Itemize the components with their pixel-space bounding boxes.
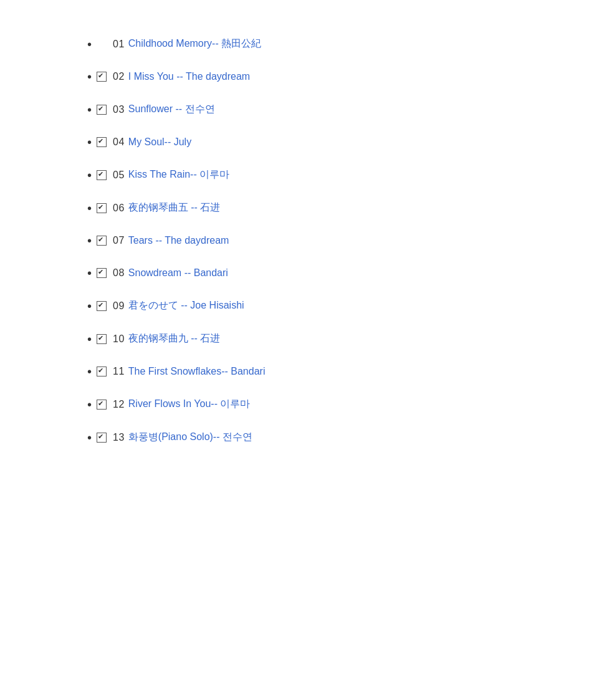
checkbox-icon[interactable] — [97, 105, 107, 115]
list-item: •01 Childhood Memory-- 熱田公紀 — [87, 37, 514, 50]
list-item: •07 Tears -- The daydream — [87, 234, 514, 247]
bullet-point: • — [87, 169, 92, 181]
track-number: 09 — [113, 300, 125, 312]
checkbox-icon[interactable] — [97, 268, 107, 278]
bullet-point: • — [87, 431, 92, 444]
list-item: •09 君をのせて -- Joe Hisaishi — [87, 299, 514, 312]
track-link[interactable]: My Soul-- July — [128, 137, 191, 148]
checkbox-icon[interactable] — [97, 170, 107, 180]
checkbox-icon[interactable] — [97, 334, 107, 344]
track-number: 12 — [113, 399, 125, 410]
track-link[interactable]: Kiss The Rain-- 이루마 — [128, 168, 229, 181]
track-number: 11 — [113, 366, 125, 377]
track-link[interactable]: 화풍병(Piano Solo)-- 전수연 — [128, 431, 252, 444]
bullet-point: • — [87, 70, 92, 83]
bullet-point: • — [87, 136, 92, 148]
list-item: •05 Kiss The Rain-- 이루마 — [87, 168, 514, 181]
list-item: •13 화풍병(Piano Solo)-- 전수연 — [87, 431, 514, 444]
track-link[interactable]: 夜的钢琴曲九 -- 石进 — [128, 332, 221, 345]
track-number: 07 — [113, 235, 125, 246]
bullet-point: • — [87, 300, 92, 312]
list-item: •06 夜的钢琴曲五 -- 石进 — [87, 201, 514, 214]
track-link[interactable]: Snowdream -- Bandari — [128, 267, 228, 279]
bullet-point: • — [87, 267, 92, 279]
list-item: •04 My Soul-- July — [87, 136, 514, 148]
track-link[interactable]: 君をのせて -- Joe Hisaishi — [128, 299, 244, 312]
checkbox-icon[interactable] — [97, 137, 107, 147]
list-item: •03 Sunflower -- 전수연 — [87, 103, 514, 116]
checkbox-icon[interactable] — [97, 236, 107, 246]
track-number: 13 — [113, 432, 125, 443]
track-link[interactable]: Sunflower -- 전수연 — [128, 103, 215, 116]
track-link[interactable]: Childhood Memory-- 熱田公紀 — [128, 37, 261, 50]
list-item: •08 Snowdream -- Bandari — [87, 267, 514, 279]
track-link[interactable]: 夜的钢琴曲五 -- 石进 — [128, 201, 221, 214]
bullet-point: • — [87, 365, 92, 378]
checkbox-icon[interactable] — [97, 203, 107, 213]
track-number: 04 — [113, 137, 125, 148]
track-number: 10 — [113, 333, 125, 345]
checkbox-icon[interactable] — [97, 400, 107, 410]
bullet-point: • — [87, 333, 92, 345]
track-link[interactable]: River Flows In You-- 이루마 — [128, 398, 251, 411]
checkbox-icon[interactable] — [97, 72, 107, 82]
checkbox-icon[interactable] — [97, 301, 107, 311]
checkbox-icon[interactable] — [97, 367, 107, 376]
playlist-container: •01 Childhood Memory-- 熱田公紀•02 I Miss Yo… — [0, 0, 589, 501]
track-link[interactable]: The First Snowflakes-- Bandari — [128, 366, 266, 377]
track-number: 01 — [113, 39, 125, 50]
list-item: •02 I Miss You -- The daydream — [87, 70, 514, 83]
bullet-point: • — [87, 398, 92, 411]
track-number: 06 — [113, 203, 125, 214]
checkbox-icon[interactable] — [97, 433, 107, 443]
list-item: •12 River Flows In You-- 이루마 — [87, 398, 514, 411]
track-number: 08 — [113, 267, 125, 279]
track-number: 05 — [113, 170, 125, 181]
bullet-point: • — [87, 234, 92, 247]
bullet-point: • — [87, 103, 92, 116]
track-number: 03 — [113, 104, 125, 115]
bullet-point: • — [87, 38, 92, 50]
track-link[interactable]: Tears -- The daydream — [128, 235, 229, 246]
list-item: •10 夜的钢琴曲九 -- 石进 — [87, 332, 514, 345]
bullet-point: • — [87, 202, 92, 214]
track-link[interactable]: I Miss You -- The daydream — [128, 71, 250, 82]
track-number: 02 — [113, 71, 125, 82]
list-item: •11 The First Snowflakes-- Bandari — [87, 365, 514, 378]
